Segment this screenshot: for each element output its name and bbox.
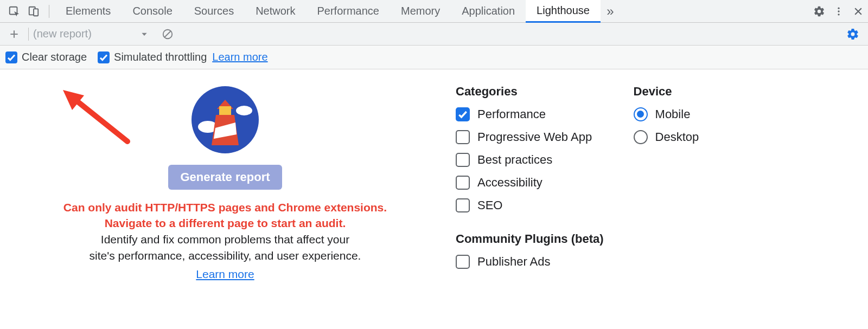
tab-network[interactable]: Network [245, 0, 306, 23]
more-tabs-icon[interactable]: » [601, 2, 620, 21]
chevron-down-icon [141, 30, 148, 38]
lighthouse-config-panel: Categories Performance Progressive Web A… [450, 85, 699, 281]
category-performance[interactable]: Performance [456, 107, 604, 121]
report-dropdown[interactable]: (new report) [33, 28, 152, 40]
audit-warning-text: Can only audit HTTP/HTTPS pages and Chro… [63, 199, 387, 231]
svg-rect-13 [219, 106, 231, 115]
svg-point-11 [236, 106, 252, 115]
device-mobile[interactable]: Mobile [634, 107, 699, 121]
plugin-publisher-ads[interactable]: Publisher Ads [456, 255, 604, 269]
clear-report-icon[interactable] [158, 24, 177, 44]
devtools-tabbar: Elements Console Sources Network Perform… [0, 0, 868, 23]
category-best-practices[interactable]: Best practices [456, 153, 604, 167]
svg-point-5 [838, 14, 839, 15]
lighthouse-settings-gear-icon[interactable] [843, 24, 863, 44]
simulated-throttling-label: Simulated throttling [114, 51, 207, 63]
inspect-element-icon[interactable] [4, 2, 24, 21]
main-learn-more-link[interactable]: Learn more [196, 268, 254, 281]
device-desktop[interactable]: Desktop [634, 130, 699, 144]
svg-rect-2 [34, 9, 38, 16]
lighthouse-logo-icon [190, 85, 260, 155]
categories-section: Categories Performance Progressive Web A… [456, 85, 604, 281]
device-heading: Device [634, 85, 699, 99]
new-report-plus-icon[interactable] [4, 24, 24, 44]
svg-line-7 [73, 98, 127, 141]
settings-gear-icon[interactable] [809, 2, 829, 21]
simulated-throttling-checkbox[interactable]: Simulated throttling [98, 51, 207, 63]
tab-elements[interactable]: Elements [55, 0, 122, 23]
categories-heading: Categories [456, 85, 604, 99]
settings-learn-more-link[interactable]: Learn more [212, 51, 267, 63]
close-devtools-icon[interactable] [848, 2, 868, 21]
lighthouse-start-panel: Generate report Can only audit HTTP/HTTP… [0, 85, 450, 281]
audit-description-text: Identify and fix common problems that af… [90, 231, 361, 265]
kebab-menu-icon[interactable] [829, 2, 848, 21]
tab-application[interactable]: Application [451, 0, 526, 23]
tabbar-divider [49, 5, 49, 18]
device-section: Device Mobile Desktop [634, 85, 699, 281]
tab-memory[interactable]: Memory [390, 0, 451, 23]
toolbar2-divider [28, 28, 29, 41]
tab-lighthouse[interactable]: Lighthouse [526, 0, 601, 23]
svg-point-4 [838, 10, 839, 12]
toggle-device-icon[interactable] [24, 2, 43, 21]
lighthouse-settings-row: Clear storage Simulated throttling Learn… [0, 46, 868, 69]
annotation-arrow-icon [54, 85, 141, 155]
clear-storage-label: Clear storage [22, 51, 87, 63]
report-dropdown-label: (new report) [33, 28, 92, 40]
lighthouse-toolbar: (new report) [0, 23, 868, 46]
category-pwa[interactable]: Progressive Web App [456, 130, 604, 144]
generate-report-button[interactable]: Generate report [168, 165, 282, 190]
lighthouse-main: Generate report Can only audit HTTP/HTTP… [0, 69, 868, 281]
tab-performance[interactable]: Performance [307, 0, 391, 23]
clear-storage-checkbox[interactable]: Clear storage [5, 51, 87, 63]
tab-sources[interactable]: Sources [183, 0, 245, 23]
tab-console[interactable]: Console [122, 0, 183, 23]
category-seo[interactable]: SEO [456, 198, 604, 212]
category-accessibility[interactable]: Accessibility [456, 176, 604, 190]
svg-point-3 [838, 7, 839, 9]
community-plugins-heading: Community Plugins (beta) [456, 232, 604, 246]
